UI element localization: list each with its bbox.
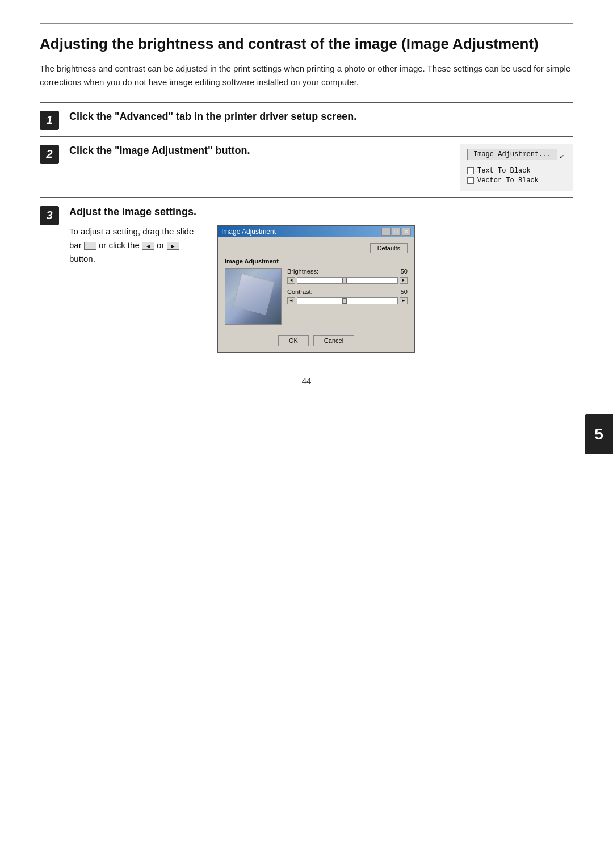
brightness-slider[interactable] — [297, 277, 398, 284]
contrast-control: Contrast: 50 ◄ ► — [287, 288, 408, 304]
contrast-label: Contrast: — [287, 288, 313, 295]
cursor-icon: ↙ — [560, 151, 564, 161]
image-adjustment-button[interactable]: Image Adjustment... — [467, 149, 557, 160]
contrast-slider[interactable] — [297, 297, 398, 304]
step-2-layout: Click the "Image Adjustment" button. Ima… — [69, 144, 573, 191]
step-3-number: 3 — [40, 206, 59, 225]
page-number: 44 — [40, 376, 573, 385]
image-adjustment-dialog: Image Adjustment _ □ × Defaults Image Ad… — [217, 225, 415, 353]
contrast-thumb[interactable] — [342, 298, 347, 304]
text-to-black-label: Text To Black — [477, 167, 531, 175]
step-3-title: Adjust the image settings. — [69, 205, 573, 219]
step-2-number: 2 — [40, 145, 59, 164]
defaults-button[interactable]: Defaults — [370, 243, 408, 253]
image-preview — [225, 268, 282, 325]
dialog-close-button[interactable]: × — [402, 228, 411, 236]
top-border — [40, 23, 573, 24]
bar-widget — [84, 242, 96, 250]
contrast-slider-row: ◄ ► — [287, 297, 408, 304]
text-to-black-row: Text To Black — [467, 167, 566, 175]
dialog-titlebar: Image Adjustment _ □ × — [218, 226, 414, 237]
step-2-title: Click the "Image Adjustment" button. — [69, 144, 443, 158]
step-1-title: Click the "Advanced" tab in the printer … — [69, 110, 573, 124]
step-3-content: Adjust the image settings. To adjust a s… — [69, 205, 573, 353]
step-1: 1 Click the "Advanced" tab in the printe… — [40, 102, 573, 136]
brightness-label: Brightness: — [287, 268, 318, 275]
contrast-value: 50 — [401, 288, 408, 296]
brightness-right-arrow[interactable]: ► — [400, 277, 408, 284]
left-arrow-button[interactable]: ◄ — [142, 242, 154, 250]
brightness-thumb[interactable] — [342, 278, 347, 283]
dialog-titlebar-buttons: _ □ × — [381, 228, 411, 236]
chapter-tab: 5 — [585, 414, 613, 454]
vector-to-black-checkbox[interactable] — [467, 177, 474, 184]
brightness-left-arrow[interactable]: ◄ — [287, 277, 295, 284]
dialog-section-label: Image Adjustment — [225, 258, 408, 265]
step-3-description: To adjust a setting, drag the slide bar … — [69, 225, 200, 266]
dialog-body: Defaults Image Adjustment Brightness: — [218, 237, 414, 352]
main-heading: Adjusting the brightness and contrast of… — [40, 35, 573, 54]
contrast-right-arrow[interactable]: ► — [400, 297, 408, 304]
preview-shape — [233, 273, 274, 315]
step-3: 3 Adjust the image settings. To adjust a… — [40, 197, 573, 359]
step-1-content: Click the "Advanced" tab in the printer … — [69, 110, 573, 124]
right-arrow-button[interactable]: ► — [167, 242, 179, 250]
step-1-number: 1 — [40, 111, 59, 130]
ok-button[interactable]: OK — [278, 335, 309, 346]
dialog-minimize-button[interactable]: _ — [381, 228, 391, 236]
ui-image-adjustment-area: Image Adjustment... ↙ Text To Black Vect… — [460, 144, 573, 191]
text-to-black-checkbox[interactable] — [467, 167, 474, 174]
step-2-content: Click the "Image Adjustment" button. Ima… — [69, 144, 573, 191]
contrast-left-arrow[interactable]: ◄ — [287, 297, 295, 304]
vector-to-black-row: Vector To Black — [467, 177, 566, 184]
brightness-control: Brightness: 50 ◄ ► — [287, 268, 408, 284]
brightness-value: 50 — [401, 268, 408, 276]
brightness-slider-row: ◄ ► — [287, 277, 408, 284]
step-2-screenshot: Image Adjustment... ↙ Text To Black Vect… — [460, 144, 573, 191]
dialog-title: Image Adjustment — [221, 228, 276, 236]
dialog-maximize-button[interactable]: □ — [392, 228, 401, 236]
step-2: 2 Click the "Image Adjustment" button. I… — [40, 136, 573, 197]
step-3-body: To adjust a setting, drag the slide bar … — [69, 225, 573, 353]
cancel-button[interactable]: Cancel — [313, 335, 354, 346]
dialog-controls: Brightness: 50 ◄ ► — [287, 268, 408, 325]
dialog-inner: Brightness: 50 ◄ ► — [225, 268, 408, 325]
dialog-footer: OK Cancel — [225, 332, 408, 346]
vector-to-black-label: Vector To Black — [477, 177, 539, 184]
bar-label: bar — [69, 240, 82, 250]
page-container: Adjusting the brightness and contrast of… — [0, 0, 613, 868]
step-2-text: Click the "Image Adjustment" button. — [69, 144, 443, 158]
intro-paragraph: The brightness and contrast can be adjus… — [40, 62, 573, 89]
